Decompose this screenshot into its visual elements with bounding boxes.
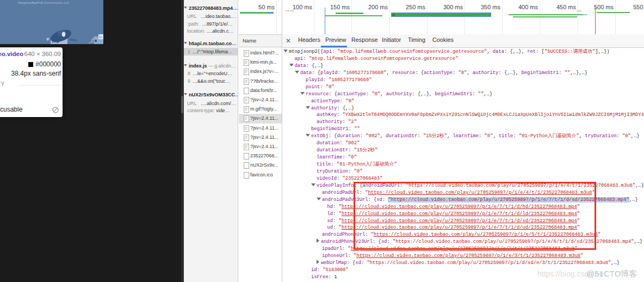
svg-text:Eo: Eo [99, 35, 103, 39]
